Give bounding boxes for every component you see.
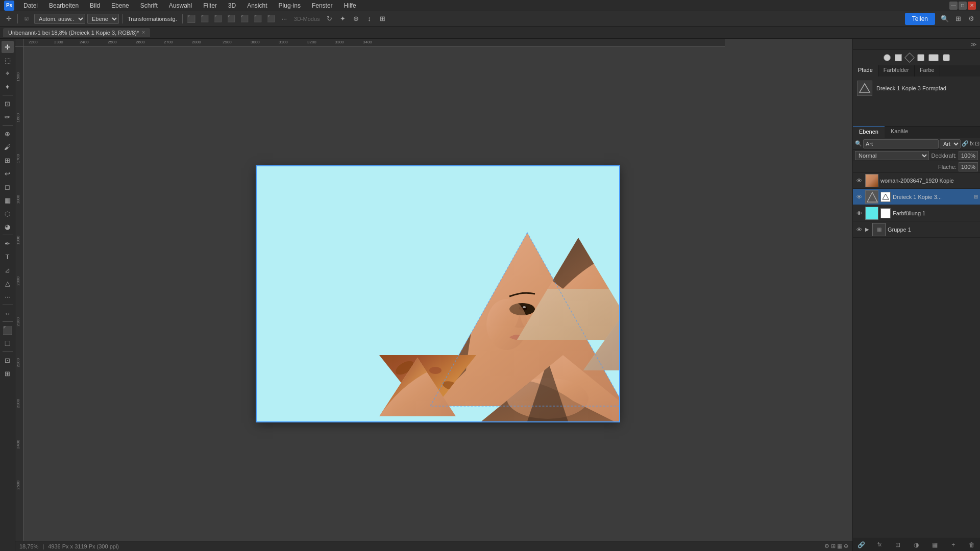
menu-bild[interactable]: Bild — [88, 1, 102, 10]
crop-tool[interactable]: ⊡ — [2, 97, 14, 110]
3d-extra-icon[interactable]: ⊞ — [377, 13, 388, 24]
search-icon[interactable]: 🔍 — [939, 13, 950, 24]
shape-tool[interactable]: △ — [2, 277, 14, 289]
layer-visibility-2[interactable]: 👁 — [855, 193, 863, 201]
menu-ansicht[interactable]: Ansicht — [245, 1, 269, 10]
layer-fx-icon[interactable]: fx — [970, 139, 974, 149]
circle-option-1[interactable] — [884, 54, 891, 61]
history-tool[interactable]: ↩ — [2, 167, 14, 180]
eyedropper-tool[interactable]: ✏ — [2, 111, 14, 123]
eraser-tool[interactable]: ◻ — [2, 181, 14, 193]
pen-tool[interactable]: ✒ — [2, 237, 14, 249]
lasso-tool[interactable]: ⌖ — [2, 67, 14, 80]
close-button[interactable]: ✕ — [968, 2, 976, 10]
text-tool[interactable]: T — [2, 251, 14, 263]
align-top-icon[interactable]: ⬛ — [226, 13, 237, 24]
fill-input[interactable] — [959, 162, 978, 171]
menu-plugins[interactable]: Plug-ins — [277, 1, 303, 10]
add-link-icon[interactable]: 🔗 — [856, 540, 866, 550]
layer-visibility-4[interactable]: 👁 — [855, 226, 863, 234]
menu-ebene[interactable]: Ebene — [109, 1, 131, 10]
align-center-icon[interactable]: ⬛ — [199, 13, 210, 24]
dodge-tool[interactable]: ◕ — [2, 220, 14, 233]
screen-mode-tool[interactable]: ⊞ — [2, 367, 14, 380]
gradient-tool[interactable]: ▦ — [2, 194, 14, 206]
layer-item-gruppe[interactable]: 👁 ▶ ▦ Gruppe 1 — [853, 221, 980, 238]
add-fx-icon[interactable]: fx — [874, 540, 885, 550]
tab-farbfelder[interactable]: Farbfelder — [878, 65, 915, 77]
layer-visibility-1[interactable]: 👁 — [855, 177, 863, 185]
menu-fenster[interactable]: Fenster — [310, 1, 335, 10]
layer-visibility-3[interactable]: 👁 — [855, 209, 863, 217]
teilen-button[interactable]: Teilen — [905, 13, 935, 25]
menu-schrift[interactable]: Schrift — [138, 1, 160, 10]
align-bottom-icon[interactable]: ⬛ — [252, 13, 263, 24]
layer-link-icon[interactable]: 🔗 — [962, 139, 969, 149]
add-layer-icon[interactable]: + — [948, 540, 959, 550]
status-icon-4[interactable]: ⊕ — [844, 543, 848, 549]
grid-icon[interactable]: ⊞ — [952, 13, 964, 24]
circle-option-4[interactable] — [917, 54, 924, 61]
spot-heal-tool[interactable]: ⊕ — [2, 128, 14, 140]
ebene-dropdown[interactable]: Ebene — [87, 14, 119, 24]
add-adjustment-icon[interactable]: ◑ — [911, 540, 921, 550]
menu-auswahl[interactable]: Auswahl — [167, 1, 194, 10]
tab-pfade[interactable]: Pfade — [853, 65, 878, 77]
delete-layer-icon[interactable]: 🗑 — [967, 540, 977, 550]
move-tool[interactable]: ✛ — [2, 41, 14, 53]
group-chevron-icon[interactable]: ▶ — [865, 227, 870, 232]
tab-farbe[interactable]: Farbe — [915, 65, 940, 77]
settings-icon[interactable]: ⚙ — [966, 13, 977, 24]
document-tab[interactable]: Unbenannt-1 bei 18,8% (Dreieck 1 Kopie 3… — [3, 28, 150, 37]
foreground-color[interactable]: ⬛ — [2, 324, 14, 336]
menu-3d[interactable]: 3D — [226, 1, 238, 10]
blend-mode-select[interactable]: Normal — [855, 151, 929, 160]
3d-slide-icon[interactable]: ↕ — [364, 13, 375, 24]
blur-tool[interactable]: ◌ — [2, 207, 14, 219]
clone-tool[interactable]: ⊞ — [2, 154, 14, 166]
add-mask-icon[interactable]: ⊡ — [893, 540, 903, 550]
select-tool[interactable]: ⬚ — [2, 54, 14, 66]
layer-item-fill[interactable]: 👁 Farbfüllung 1 — [853, 205, 980, 221]
circle-option-6[interactable] — [943, 54, 950, 61]
path-tool[interactable]: ⊿ — [2, 264, 14, 276]
menu-hilfe[interactable]: Hilfe — [342, 1, 358, 10]
minimize-button[interactable]: — — [949, 2, 958, 10]
align-mid-icon[interactable]: ⬛ — [239, 13, 250, 24]
align-right-icon[interactable]: ⬛ — [212, 13, 224, 24]
layer-filter-input[interactable] — [863, 139, 939, 148]
status-icon-1[interactable]: ⚙ — [824, 543, 829, 549]
menu-datei[interactable]: Datei — [21, 1, 40, 10]
3d-pan-icon[interactable]: ✦ — [337, 13, 349, 24]
circle-option-5[interactable] — [928, 54, 939, 61]
move-tool-icon[interactable]: ✛ — [3, 13, 14, 24]
filter-type-select[interactable]: Art — [940, 139, 961, 148]
circle-option-2[interactable] — [895, 54, 902, 61]
opacity-input[interactable] — [959, 151, 978, 160]
background-color[interactable]: □ — [2, 337, 14, 349]
quick-mask-tool[interactable]: ⊡ — [2, 354, 14, 366]
auto-select-dropdown[interactable]: Autom. ausw.. — [34, 14, 85, 24]
magic-wand-tool[interactable]: ✦ — [2, 81, 14, 93]
add-group-icon[interactable]: ▦ — [930, 540, 940, 550]
menu-filter[interactable]: Filter — [201, 1, 219, 10]
panel-collapse-icon[interactable]: ≫ — [970, 41, 977, 48]
more-options-icon[interactable]: ··· — [279, 13, 290, 24]
status-icon-3[interactable]: ▦ — [837, 543, 842, 549]
3d-zoom-icon[interactable]: ⊕ — [351, 13, 362, 24]
brush-tool[interactable]: 🖌 — [2, 141, 14, 153]
distribute-icon[interactable]: ⬛ — [265, 13, 277, 24]
tab-ebenen[interactable]: Ebenen — [853, 127, 885, 138]
3d-rotate-icon[interactable]: ↻ — [324, 13, 335, 24]
status-icon-2[interactable]: ⊞ — [831, 543, 836, 549]
layer-item-dreieck[interactable]: 👁 Dreieck 1 Kopie 3... ⊞ — [853, 189, 980, 205]
align-left-icon[interactable]: ⬛ — [186, 13, 197, 24]
maximize-button[interactable]: □ — [959, 2, 967, 10]
zoom-tool[interactable]: ↔ — [2, 307, 14, 319]
layer-mask-icon[interactable]: ⊡ — [975, 139, 979, 149]
menu-bearbeiten[interactable]: Bearbeiten — [47, 1, 81, 10]
tab-close-icon[interactable]: × — [142, 30, 145, 35]
hand-tool[interactable]: ··· — [2, 290, 14, 303]
layer-item-woman[interactable]: 👁 woman-2003647_1920 Kopie — [853, 172, 980, 189]
circle-option-3[interactable] — [904, 53, 915, 63]
